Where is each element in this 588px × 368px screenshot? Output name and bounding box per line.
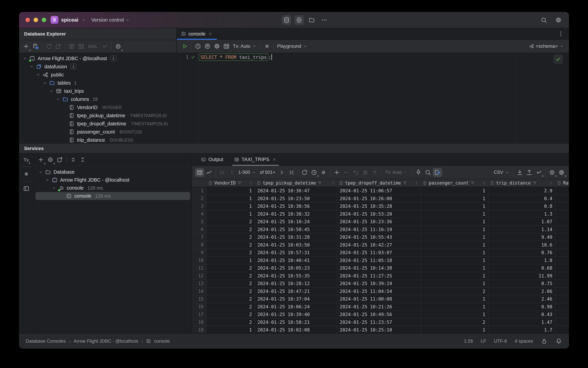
- tree-item[interactable]: passenger_countBIGINT(19): [19, 128, 176, 136]
- table-cell[interactable]: 1.3: [488, 210, 555, 218]
- tab-output[interactable]: Output: [200, 153, 224, 166]
- table-row[interactable]: 722024-01-25 10:31:282024-01-25 10:55:43…: [192, 233, 569, 241]
- table-cell[interactable]: [555, 311, 569, 318]
- run-configuration-button[interactable]: [294, 15, 304, 25]
- table-row[interactable]: 212024-01-25 10:23:502024-01-25 10:26:08…: [192, 195, 569, 203]
- close-icon[interactable]: [208, 31, 213, 36]
- tx-mode-select[interactable]: Tx: Auto: [231, 44, 258, 49]
- table-cell[interactable]: [555, 218, 569, 225]
- table-cell[interactable]: 2024-01-25 10:58:45: [255, 226, 337, 233]
- line-ending[interactable]: LF: [481, 339, 486, 344]
- table-row[interactable]: 412024-01-25 10:38:322024-01-25 10:53:20…: [192, 210, 569, 218]
- table-cell[interactable]: 0.68: [488, 264, 555, 272]
- table-cell[interactable]: 2: [207, 226, 255, 233]
- search-everywhere-button[interactable]: [539, 15, 549, 25]
- minimize-window-button[interactable]: [34, 18, 38, 22]
- column-header[interactable]: tpep_dropoff_datetime: [337, 179, 421, 187]
- table-cell[interactable]: 1: [207, 195, 255, 202]
- more-actions-button[interactable]: [320, 15, 329, 25]
- table-cell[interactable]: 2024-01-25 11:03:07: [337, 249, 421, 256]
- maximize-window-button[interactable]: [42, 18, 46, 22]
- table-row[interactable]: 1622024-01-25 10:06:242024-01-25 10:21:2…: [192, 303, 569, 311]
- filter-panel-toggle[interactable]: [433, 168, 442, 177]
- table-cell[interactable]: [555, 272, 569, 280]
- table-cell[interactable]: 2024-01-25 10:23:50: [255, 195, 337, 202]
- table-cell[interactable]: [555, 241, 569, 249]
- next-page-button[interactable]: [277, 168, 286, 177]
- view-options-button[interactable]: [46, 155, 55, 165]
- table-cell[interactable]: 2: [207, 295, 255, 303]
- table-cell[interactable]: 2024-01-25 10:49:56: [337, 311, 421, 318]
- table-cell[interactable]: 1: [207, 210, 255, 218]
- table-cell[interactable]: 1: [421, 264, 488, 272]
- table-cell[interactable]: 1: [421, 326, 488, 333]
- breadcrumb-item[interactable]: Arrow Flight JDBC - @localhost: [74, 339, 138, 344]
- table-cell[interactable]: 1: [207, 202, 255, 210]
- import-button[interactable]: [515, 168, 525, 177]
- revert-button[interactable]: [351, 168, 361, 177]
- table-cell[interactable]: 1: [421, 210, 488, 218]
- stop-button[interactable]: [319, 168, 328, 177]
- table-cell[interactable]: 2.06: [488, 288, 555, 295]
- editor-content[interactable]: 1 SELECT * FROM taxi_trips;: [177, 53, 569, 144]
- table-cell[interactable]: 1: [421, 249, 488, 256]
- table-row[interactable]: 622024-01-25 10:58:452024-01-25 11:16:19…: [192, 226, 569, 234]
- table-cell[interactable]: 2024-01-25 10:57:31: [255, 249, 337, 256]
- table-cell[interactable]: 2024-01-25 10:28:12: [255, 280, 337, 287]
- execute-button[interactable]: [180, 41, 189, 51]
- delete-row-button[interactable]: [341, 168, 351, 177]
- table-cell[interactable]: 1: [207, 326, 255, 333]
- table-row[interactable]: 1012024-01-25 10:40:412024-01-25 11:05:1…: [192, 257, 569, 265]
- table-row[interactable]: 1222024-01-25 10:55:352024-01-25 11:27:2…: [192, 272, 569, 280]
- table-cell[interactable]: 2024-01-25 10:10:24: [255, 218, 337, 225]
- expand-all-button[interactable]: [68, 155, 78, 165]
- table-cell[interactable]: 1: [421, 226, 488, 233]
- table-cell[interactable]: [555, 226, 569, 233]
- table-cell[interactable]: 2: [207, 311, 255, 318]
- table-cell[interactable]: 2024-01-25 10:55:43: [337, 233, 421, 241]
- datasource-properties-button[interactable]: [31, 42, 40, 51]
- open-data-button[interactable]: [67, 42, 76, 51]
- tree-item[interactable]: Database: [34, 168, 191, 176]
- settings-button[interactable]: [554, 15, 563, 25]
- tree-item[interactable]: console126 ms: [36, 192, 190, 200]
- chart-view-toggle[interactable]: [204, 168, 214, 177]
- column-header[interactable]: trip_distance: [488, 179, 555, 187]
- tree-item[interactable]: tables1: [19, 79, 176, 87]
- table-cell[interactable]: 2024-01-25 11:06:57: [337, 187, 421, 194]
- table-cell[interactable]: 1.7: [488, 326, 555, 333]
- table-cell[interactable]: 2024-01-25 10:26:08: [337, 195, 421, 202]
- editor-tab-options-button[interactable]: [556, 29, 566, 38]
- table-cell[interactable]: [555, 280, 569, 287]
- table-cell[interactable]: [555, 187, 569, 194]
- breadcrumb-item[interactable]: Database Consoles: [26, 339, 66, 344]
- query-history-button[interactable]: [193, 41, 203, 51]
- table-cell[interactable]: 2: [207, 280, 255, 287]
- table-cell[interactable]: 2024-01-25 11:16:19: [337, 226, 421, 233]
- tree-item[interactable]: tpep_dropoff_datetimeTIMESTAMP(26,6): [19, 120, 176, 128]
- table-cell[interactable]: 2024-01-25 10:38:32: [255, 210, 337, 218]
- table-cell[interactable]: 1: [421, 257, 488, 264]
- pin-tab-button[interactable]: [414, 168, 423, 177]
- table-cell[interactable]: 2: [421, 319, 488, 326]
- stop-strip-button[interactable]: [22, 169, 31, 179]
- table-cell[interactable]: 0.4: [488, 195, 555, 202]
- auto-refresh-button[interactable]: [309, 168, 319, 177]
- tab-taxi-trips[interactable]: TAXI_TRIPS: [233, 153, 278, 166]
- vcs-widget[interactable]: Version control: [91, 17, 130, 23]
- table-cell[interactable]: 2: [207, 319, 255, 326]
- table-cell[interactable]: [555, 264, 569, 272]
- table-cell[interactable]: 0.43: [488, 311, 555, 318]
- tree-item[interactable]: public: [19, 71, 176, 79]
- export-format-select[interactable]: CSV: [492, 170, 511, 175]
- tx-mode-select[interactable]: Tx: Auto: [383, 170, 410, 175]
- sql-statement-line[interactable]: SELECT * FROM taxi_trips;: [199, 53, 272, 61]
- table-cell[interactable]: [555, 249, 569, 256]
- indent[interactable]: 4 spaces: [515, 339, 533, 344]
- table-cell[interactable]: 2024-01-25 10:42:27: [337, 241, 421, 249]
- table-cell[interactable]: 1: [421, 195, 488, 202]
- table-cell[interactable]: 2: [207, 303, 255, 311]
- table-cell[interactable]: 2: [421, 288, 488, 295]
- table-cell[interactable]: 2024-01-25 10:21:26: [337, 303, 421, 311]
- ddl-button[interactable]: DDL: [86, 42, 100, 51]
